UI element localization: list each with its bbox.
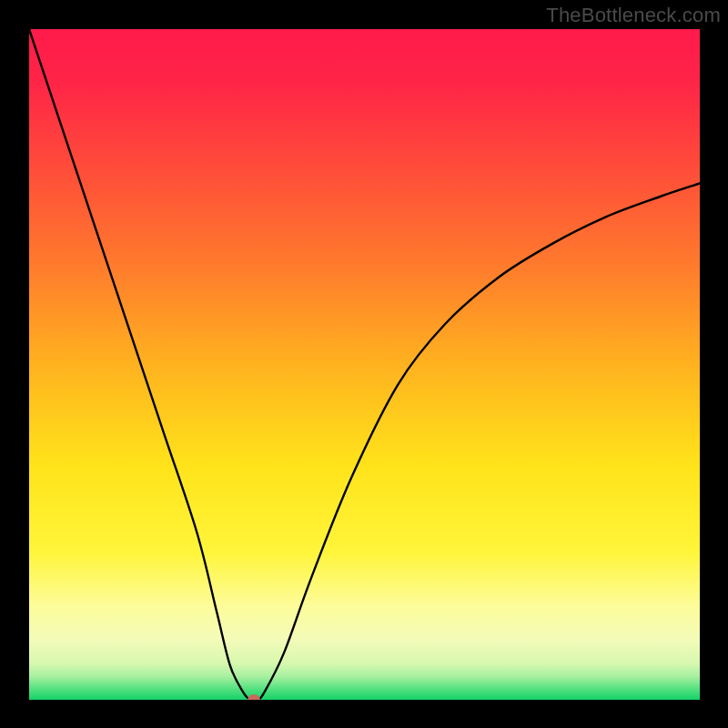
plot-area: [29, 29, 700, 700]
chart-frame: TheBottleneck.com: [0, 0, 728, 728]
watermark-text: TheBottleneck.com: [546, 4, 721, 27]
optimal-point-marker: [248, 694, 260, 700]
bottleneck-curve: [29, 29, 700, 700]
